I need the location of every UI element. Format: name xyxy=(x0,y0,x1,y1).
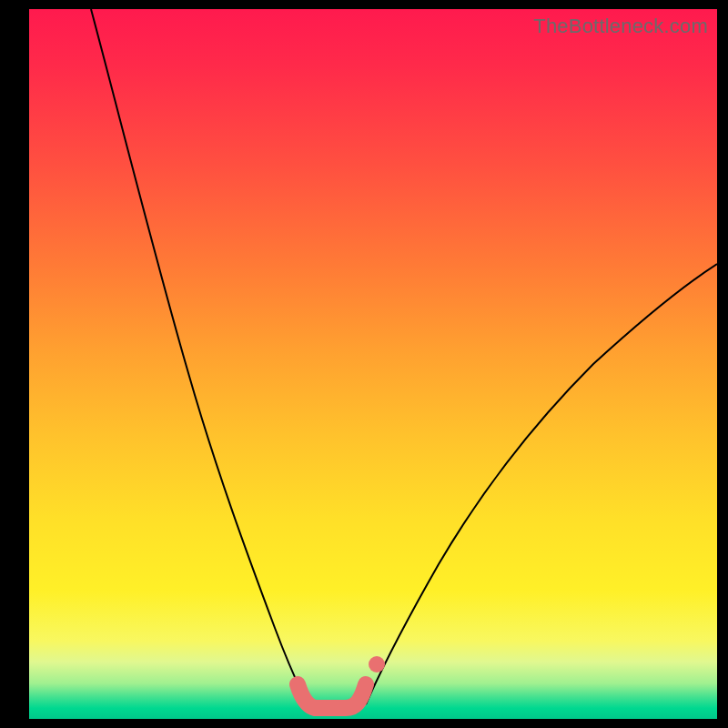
thumb-track[interactable] xyxy=(298,684,366,708)
left-curve xyxy=(91,9,308,704)
right-curve xyxy=(366,264,717,704)
chart-frame: TheBottleneck.com xyxy=(0,0,728,728)
thumb-dot-upper[interactable] xyxy=(369,656,385,672)
chart-svg xyxy=(29,9,717,719)
chart-plot-area: TheBottleneck.com xyxy=(29,9,717,719)
